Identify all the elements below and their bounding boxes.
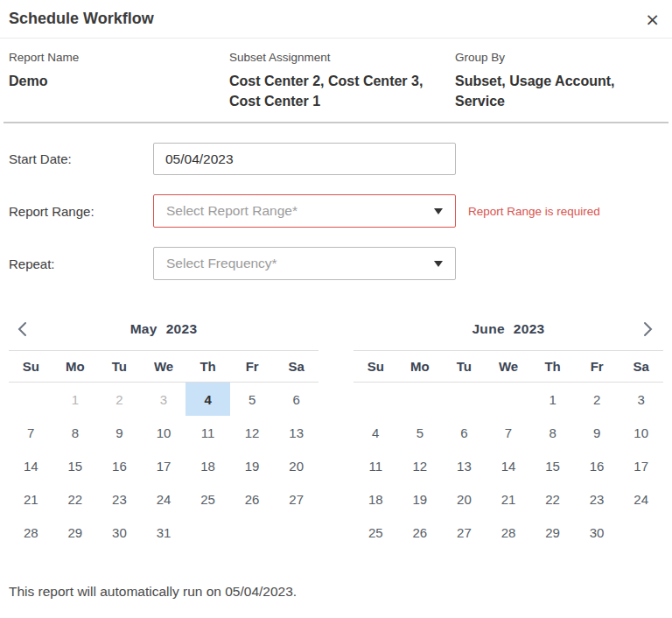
day-cell[interactable]: 5 [230, 383, 275, 416]
day-cell[interactable]: 26 [398, 516, 443, 549]
repeat-select[interactable]: Select Frequency* [153, 247, 456, 280]
day-cell[interactable]: 30 [97, 516, 142, 549]
day-cell[interactable]: 8 [53, 416, 98, 449]
day-cell[interactable]: 22 [53, 482, 98, 516]
weekday-label: Mo [398, 359, 443, 374]
day-cell[interactable]: 13 [274, 416, 318, 449]
day-cell[interactable]: 4 [186, 383, 230, 416]
day-cell[interactable]: 16 [97, 449, 142, 482]
calendar-june: June2023 SuMoTuWeThFrSa 1234567891011121… [354, 307, 663, 549]
report-name-field: Report Name Demo [9, 51, 229, 111]
report-range-error: Report Range is required [468, 205, 600, 218]
day-cell-empty [274, 516, 318, 549]
report-name-label: Report Name [9, 51, 229, 64]
day-cell[interactable]: 17 [619, 449, 663, 482]
weekday-label: Su [354, 359, 398, 374]
day-cell[interactable]: 11 [354, 449, 398, 482]
schedule-form: Start Date: Report Range: Select Report … [0, 123, 672, 280]
day-cell[interactable]: 6 [274, 383, 318, 416]
calendar-may-header: May2023 [9, 307, 318, 351]
weekday-label: Tu [97, 359, 142, 374]
calendar-month-title: June2023 [472, 321, 544, 337]
next-month-button[interactable] [639, 320, 656, 339]
day-cell[interactable]: 12 [230, 416, 275, 449]
close-button[interactable]: × [645, 11, 660, 28]
day-cell[interactable]: 7 [486, 416, 531, 449]
day-cell[interactable]: 22 [530, 482, 575, 516]
day-cell[interactable]: 24 [619, 482, 663, 516]
day-cell[interactable]: 15 [530, 449, 575, 482]
weekday-label: Su [9, 359, 53, 374]
weekday-label: We [142, 359, 186, 374]
day-cell[interactable]: 3 [619, 383, 663, 416]
report-range-select[interactable]: Select Report Range* [153, 194, 456, 228]
day-cell[interactable]: 14 [9, 449, 53, 482]
day-cell[interactable]: 27 [274, 482, 318, 516]
day-cell[interactable]: 9 [575, 416, 620, 449]
day-cell[interactable]: 25 [354, 516, 398, 549]
day-cell-empty [354, 383, 398, 416]
day-cell[interactable]: 24 [142, 482, 186, 516]
month-name: May [130, 321, 158, 336]
day-cell[interactable]: 23 [97, 482, 142, 516]
day-cell[interactable]: 18 [354, 482, 398, 516]
day-cell[interactable]: 1 [530, 383, 575, 416]
weekday-label: Fr [230, 359, 275, 374]
day-cell[interactable]: 4 [354, 416, 398, 449]
group-by-label: Group By [455, 51, 663, 64]
day-grid: 1234567891011121314151617181920212223242… [354, 383, 663, 549]
calendar-month-title: May2023 [130, 321, 198, 337]
day-cell[interactable]: 28 [9, 516, 53, 549]
day-cell[interactable]: 30 [575, 516, 620, 549]
subset-assignment-value: Cost Center 2, Cost Center 3, Cost Cente… [229, 71, 444, 111]
day-cell[interactable]: 9 [97, 416, 142, 449]
day-cell[interactable]: 10 [619, 416, 663, 449]
dialog-title: Schedule Workflow [9, 10, 154, 28]
weekday-label: Sa [274, 359, 318, 374]
day-cell[interactable]: 26 [230, 482, 275, 516]
day-cell[interactable]: 2 [575, 383, 620, 416]
prev-month-button[interactable] [14, 320, 32, 339]
day-cell[interactable]: 15 [53, 449, 98, 482]
day-cell[interactable]: 27 [442, 516, 486, 549]
day-cell[interactable]: 20 [442, 482, 486, 516]
day-cell[interactable]: 21 [9, 482, 53, 516]
day-cell[interactable]: 29 [53, 516, 98, 549]
day-cell[interactable]: 21 [486, 482, 531, 516]
day-cell[interactable]: 25 [186, 482, 230, 516]
day-cell[interactable]: 8 [530, 416, 575, 449]
chevron-right-icon [639, 320, 656, 339]
day-cell[interactable]: 20 [274, 449, 318, 482]
day-cell[interactable]: 11 [186, 416, 230, 449]
day-cell[interactable]: 28 [486, 516, 531, 549]
day-cell[interactable]: 31 [142, 516, 186, 549]
day-cell[interactable]: 16 [575, 449, 620, 482]
weekday-label: Tu [442, 359, 486, 374]
day-cell[interactable]: 13 [442, 449, 486, 482]
day-cell[interactable]: 6 [442, 416, 486, 449]
day-cell[interactable]: 5 [398, 416, 443, 449]
weekday-label: Th [530, 359, 575, 374]
day-cell-empty [9, 383, 53, 416]
day-cell[interactable]: 10 [142, 416, 186, 449]
dropdown-caret-icon [434, 261, 443, 267]
day-cell[interactable]: 18 [186, 449, 230, 482]
start-date-input[interactable] [153, 143, 456, 175]
month-name: June [472, 321, 504, 336]
day-cell-empty [619, 516, 663, 549]
day-cell[interactable]: 23 [575, 482, 620, 516]
repeat-row: Repeat: Select Frequency* [9, 247, 663, 280]
day-cell[interactable]: 19 [398, 482, 443, 516]
day-cell[interactable]: 29 [530, 516, 575, 549]
day-cell[interactable]: 7 [9, 416, 53, 449]
weekday-label: Th [186, 359, 230, 374]
day-cell[interactable]: 12 [398, 449, 443, 482]
calendar-may: May2023 SuMoTuWeThFrSa 12345678910111213… [9, 307, 318, 549]
close-icon: × [645, 9, 660, 30]
day-cell[interactable]: 14 [486, 449, 531, 482]
day-cell[interactable]: 17 [142, 449, 186, 482]
day-cell[interactable]: 19 [230, 449, 275, 482]
weekday-label: Fr [575, 359, 620, 374]
subset-assignment-label: Subset Assignment [229, 51, 455, 64]
weekday-row: SuMoTuWeThFrSa [9, 351, 318, 383]
